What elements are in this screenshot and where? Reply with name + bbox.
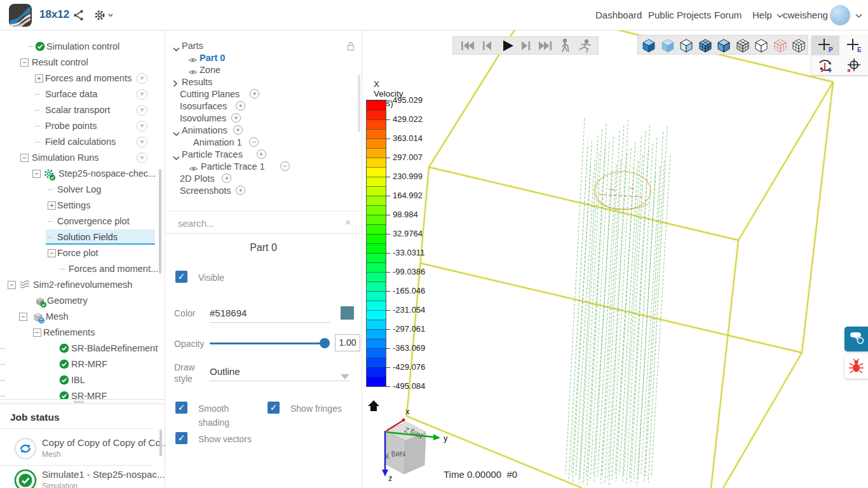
add-button[interactable]: + [222,173,231,183]
panel-splitter[interactable] [0,399,165,404]
tree-item-surface-data[interactable]: Surface data+ [0,86,165,102]
play-button[interactable] [498,38,515,53]
parts-item-parts[interactable]: Parts [165,40,362,52]
skip-to-last-button[interactable] [537,38,555,53]
probe-element-button[interactable]: E [840,36,868,55]
tree-item-sr-bladerefinement[interactable]: SR-BladeRefinement [0,341,165,356]
tree-expander[interactable]: − [32,170,41,178]
tree-item-step25-nospace-chec[interactable]: −Step25-nospace-chec... [0,166,165,182]
search-input[interactable] [178,215,340,231]
tree-item-simulation-control[interactable]: Simulation control [0,39,165,55]
bug-report-button[interactable] [844,355,868,379]
tree-item-forces-and-moments[interactable]: +Forces and moments+ [0,71,165,86]
parts-item-screenshots[interactable]: Screenshots+ [165,185,362,197]
left-tree-scrollbar[interactable] [159,169,161,274]
tree-item-ibl[interactable]: IBL [0,372,165,388]
view-quad-mesh-button[interactable] [790,37,808,53]
tree-item-geometry[interactable]: Geometry [0,293,165,309]
view-translucent-button[interactable] [660,37,677,53]
add-item-button[interactable]: + [137,73,147,84]
opacity-slider-track[interactable] [210,342,329,344]
tree-expander[interactable]: − [20,154,29,162]
job-item[interactable]: Copy of Copy of Copy of Co... Mesh [0,433,153,464]
add-item-button[interactable]: + [137,137,147,147]
tree-item-result-control[interactable]: −Result control [0,55,165,71]
add-button[interactable]: + [257,149,266,159]
show-fringes-checkbox[interactable]: ✓ [268,402,280,414]
tree-item-forces-and-moment[interactable]: Forces and moment... [0,261,165,277]
share-icon[interactable] [72,9,85,24]
tree-item-rr-mrf[interactable]: RR-MRF [0,356,165,372]
view-mesh-button[interactable] [735,37,752,53]
center-rotation-button[interactable] [840,55,868,75]
tree-item-convergence-plot[interactable]: Convergence plot [0,214,165,229]
view-surface-edges-button[interactable] [697,37,715,53]
view-hidden-line-button[interactable] [753,37,771,53]
view-surface-button[interactable] [678,37,696,53]
tree-item-settings[interactable]: +Settings [0,198,165,214]
tree-expander[interactable]: − [48,249,56,257]
parts-item-animation-1[interactable]: Animation 1− [165,137,362,149]
add-item-button[interactable]: + [137,89,147,100]
parts-item-isosurfaces[interactable]: Isosurfaces+ [165,100,362,112]
step-forward-button[interactable] [517,38,535,53]
nav-public-projects[interactable]: Public Projects [648,10,711,20]
opacity-value[interactable]: 1.00 [335,334,360,351]
rotate-view-button[interactable] [811,55,839,75]
tree-item-refinements[interactable]: −Refinements [0,325,165,341]
settings-gear-icon[interactable] [94,9,114,24]
tree-item-mesh[interactable]: −Mesh [0,309,165,325]
tree-item-simulation-runs[interactable]: −Simulation Runs+ [0,150,165,166]
parts-item-zone[interactable]: Zone [165,64,362,76]
tree-item-probe-points[interactable]: Probe points+ [0,118,165,134]
add-button[interactable]: + [236,101,245,111]
parts-item-particle-traces[interactable]: Particle Traces+ [165,149,362,161]
remove-button[interactable]: − [249,137,259,147]
tree-expander[interactable]: − [20,58,29,67]
view-solid-button[interactable] [641,37,658,53]
probe-point-button[interactable]: P [811,36,839,55]
fly-mode-button[interactable] [576,38,594,53]
parts-item-results[interactable]: Results [165,76,362,88]
job-scrollbar[interactable] [159,430,162,456]
add-item-button[interactable]: + [137,105,147,116]
tree-item-solver-log[interactable]: Solver Log [0,182,165,198]
draw-style-value[interactable]: Outline [210,366,240,377]
user-menu-chevron-icon[interactable] [855,13,862,18]
view-points-button[interactable] [772,37,790,53]
parts-item-2d-plots[interactable]: 2D Plots+ [165,173,362,185]
walk-mode-button[interactable] [557,38,574,53]
search-clear-icon[interactable]: × [345,217,351,227]
tree-item-field-calculations[interactable]: Field calculations+ [0,134,165,150]
remove-button[interactable]: − [280,161,290,171]
parts-item-animations[interactable]: Animations+ [165,125,362,137]
tree-item-sr-mrf[interactable]: SR-MRF [0,388,165,399]
job-item[interactable]: Simulate1 - Step25-nospac... Simulation [0,465,153,488]
color-value[interactable]: #518694 [210,308,247,318]
tree-item-force-plot[interactable]: −Force plot [0,245,165,261]
add-button[interactable]: + [231,113,241,123]
orientation-cube[interactable]: Neg Z Neg X x y z [367,398,453,484]
add-button[interactable]: + [236,186,245,195]
add-button[interactable]: + [250,89,259,98]
add-item-button[interactable]: + [137,152,147,163]
app-logo-icon[interactable] [9,4,32,27]
color-swatch[interactable] [341,306,354,320]
nav-dashboard[interactable]: Dashboard [595,10,642,20]
smooth-shading-checkbox[interactable]: ✓ [175,402,187,414]
draw-style-dropdown-caret[interactable] [341,374,349,379]
add-item-button[interactable]: + [137,121,147,132]
tree-expander[interactable]: − [33,329,41,337]
parts-item-particle-trace-1[interactable]: Particle Trace 1− [165,161,362,173]
opacity-slider-thumb[interactable] [320,338,330,348]
show-vectors-checkbox[interactable]: ✓ [175,432,187,444]
visible-checkbox[interactable]: ✓ [175,271,187,283]
add-button[interactable]: + [233,125,243,135]
tree-item-sim2-refinevolumemesh[interactable]: −Sim2-refinevolumemesh [0,277,165,293]
tree-expander[interactable]: + [35,74,43,83]
viewport-3d[interactable]: X Velocity (m/s) 495.029429.022363.01429… [362,30,868,488]
parts-item-isovolumes[interactable]: Isovolumes+ [165,112,362,125]
home-view-icon[interactable] [368,400,379,411]
tree-item-solution-fields[interactable]: Solution Fields [0,229,165,245]
tree-expander[interactable]: − [19,313,27,321]
